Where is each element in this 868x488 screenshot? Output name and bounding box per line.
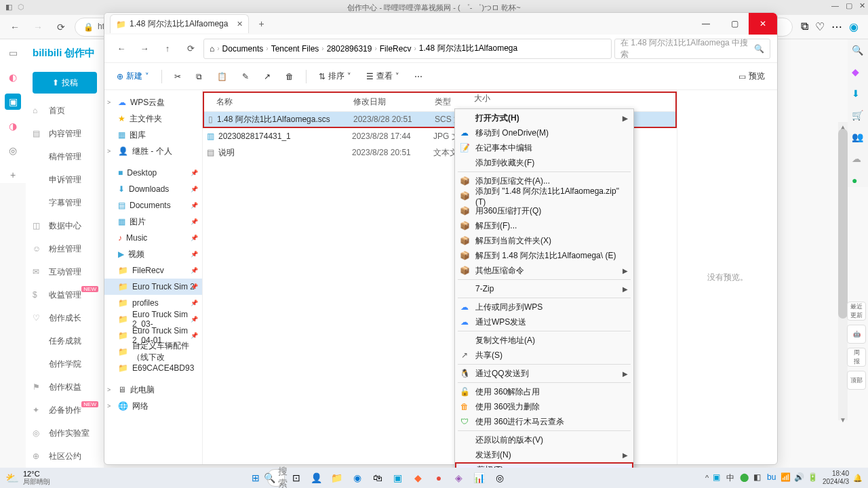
report-button[interactable]: 周报 — [847, 348, 866, 367]
context-menu-item[interactable]: 发送到(N)▶ — [455, 447, 633, 462]
weather-icon[interactable]: ⛅ — [5, 472, 19, 485]
close-button[interactable]: ✕ — [749, 13, 777, 35]
bili-nav-item[interactable]: ⚑创作权益 — [26, 375, 104, 399]
context-menu-item[interactable]: 🐧通过QQ发送到▶ — [455, 366, 633, 381]
bili-nav-item[interactable]: 稿件管理 — [26, 145, 104, 168]
breadcrumb-item[interactable]: 1.48 阿尔法1比1Alfaomega — [419, 43, 517, 54]
clock[interactable]: 18:40 2024/4/3 — [823, 470, 849, 486]
context-menu-item[interactable]: 还原以前的版本(V) — [455, 432, 633, 447]
favorite-icon[interactable]: ♡ — [815, 20, 825, 33]
bilibili-logo[interactable]: bilibili 创作中 — [26, 39, 104, 66]
more-button[interactable]: ⋯ — [409, 67, 428, 86]
context-menu-item[interactable]: 🛡使用 360进行木马云查杀 — [455, 414, 633, 429]
tray-icon[interactable]: 中 — [726, 472, 737, 483]
update-button[interactable]: 最近更新 — [847, 302, 866, 321]
new-button[interactable]: ⊕ 新建 ˅ — [111, 67, 155, 86]
context-menu-item[interactable]: 📦其他压缩命令▶ — [455, 263, 633, 278]
battery-icon[interactable]: 🔋 — [808, 472, 818, 483]
sidebar-item[interactable]: >🌐网络 — [104, 398, 202, 414]
ai-button[interactable]: 🤖 — [847, 325, 866, 344]
music-icon[interactable]: ● — [852, 175, 864, 187]
sidebar-item[interactable]: ■Desktop📌 — [104, 165, 202, 181]
sidebar-item[interactable]: 📁Euro Truck Sim 2_03-📌 — [104, 311, 202, 327]
menu-icon[interactable]: ⋯ — [831, 20, 842, 33]
steam-icon[interactable]: ◎ — [5, 142, 21, 159]
sidebar-item[interactable]: ♪Music📌 — [104, 230, 202, 246]
wifi-icon[interactable]: 📶 — [781, 472, 791, 483]
bili-nav-item[interactable]: ✉互动管理 — [26, 260, 104, 283]
game-icon[interactable]: ◑ — [5, 118, 21, 134]
store-icon[interactable]: 🛍 — [369, 469, 387, 487]
scrollbar-thumb[interactable] — [838, 129, 848, 319]
sidebar-item[interactable]: 📁FileRecv📌 — [104, 262, 202, 279]
breadcrumb-item[interactable]: FileRecv — [380, 44, 412, 54]
top-button[interactable]: 顶部 — [847, 371, 866, 390]
sidebar-item[interactable]: ▦图片📌 — [104, 214, 202, 230]
maximize-icon[interactable]: ▢ — [846, 1, 852, 10]
bili-nav-item[interactable]: 字幕管理 — [26, 191, 104, 214]
app-icon[interactable]: ● — [430, 469, 448, 487]
bili-nav-item[interactable]: ◎创作实验室 — [26, 422, 104, 445]
preview-button[interactable]: ▭ 预览 — [733, 67, 770, 86]
tab-close-icon[interactable]: ✕ — [237, 20, 243, 28]
bili-nav-item[interactable]: 任务成就 — [26, 329, 104, 352]
steam-icon[interactable]: ◎ — [491, 469, 509, 487]
search-icon[interactable]: 🔍 — [852, 45, 864, 57]
paste-button[interactable]: 📋 — [212, 67, 233, 86]
volume-icon[interactable]: 🔊 — [794, 472, 805, 483]
bili-nav-item[interactable]: 创作学院 — [26, 352, 104, 375]
context-menu-item[interactable]: ☁上传或同步到WPS — [455, 300, 633, 314]
context-menu-item[interactable]: 📦解压到(F)... — [455, 218, 633, 233]
context-menu-item[interactable]: 📝在记事本中编辑 — [455, 140, 633, 155]
app-icon[interactable]: 📊 — [471, 469, 488, 487]
sidebar-item[interactable]: 📁Euro Truck Sim 2📌 — [104, 279, 202, 295]
tray-icon[interactable]: ▣ — [713, 472, 724, 483]
maximize-button[interactable]: ▢ — [720, 13, 749, 35]
context-menu-item[interactable]: ↗共享(S) — [455, 348, 633, 363]
close-icon[interactable]: ✕ — [859, 1, 865, 10]
context-menu-item[interactable]: 🗑使用 360强力删除 — [455, 399, 633, 414]
bili-nav-item[interactable]: $收益管理NEW — [26, 283, 104, 306]
new-tab-button[interactable]: + — [254, 18, 268, 29]
upload-button[interactable]: ⬆ 投稿 — [33, 72, 97, 94]
bili-nav-item[interactable]: ◫数据中心 — [26, 214, 104, 237]
view-button[interactable]: ☰ 查看 ˅ — [361, 67, 405, 86]
sidebar-item[interactable]: ★主文件夹 — [104, 110, 202, 127]
share-button[interactable]: ↗ — [258, 67, 276, 86]
app-icon[interactable]: ◆ — [410, 469, 427, 487]
tv-icon[interactable]: ▣ — [5, 94, 21, 110]
bili-icon[interactable]: ▣ — [389, 469, 407, 487]
bili-nav-item[interactable]: ☺粉丝管理 — [26, 237, 104, 260]
refresh-button[interactable]: ⟳ — [52, 18, 71, 37]
context-menu-item[interactable]: ☁移动到 OneDrive(M) — [455, 125, 633, 140]
edge-icon[interactable]: ◉ — [349, 469, 366, 487]
refresh-button[interactable]: ⟳ — [180, 39, 201, 59]
add-icon[interactable]: + — [5, 167, 21, 183]
bili-icon[interactable]: ◐ — [5, 69, 21, 85]
sort-button[interactable]: ⇅ 排序 ˅ — [313, 67, 357, 86]
sidebar-item[interactable]: ▶视频📌 — [104, 246, 202, 262]
extension-icon[interactable]: ⧉ — [801, 20, 808, 33]
search-box[interactable]: 在 1.48 阿尔法1比1Alfaomega 中搜索 🔍 — [614, 39, 770, 59]
context-menu-item[interactable]: ☁通过WPS发送 — [455, 314, 633, 329]
breadcrumb-item[interactable]: Documents — [222, 44, 264, 54]
scroll-down-icon[interactable]: ▼ — [840, 416, 846, 423]
back-button[interactable]: ← — [5, 18, 24, 37]
minimize-icon[interactable]: — — [831, 1, 839, 10]
start-button[interactable]: ⊞ — [247, 469, 264, 487]
sidebar-item[interactable]: 📁自定义车辆配件（线下改 — [104, 344, 202, 360]
col-name[interactable]: 名称 — [204, 96, 353, 108]
notification-icon[interactable]: 🔔 — [853, 474, 863, 483]
bili-nav-item[interactable]: ✦必备协作NEW — [26, 399, 104, 422]
cart-icon[interactable]: 🛒 — [852, 110, 864, 122]
context-menu-item[interactable]: 🔓使用 360解除占用 — [455, 384, 633, 399]
sidebar-item[interactable]: ▦图库 — [104, 127, 202, 143]
tray-icon[interactable]: bu — [767, 472, 778, 483]
delete-button[interactable]: 🗑 — [280, 67, 299, 86]
bili-nav-item[interactable]: ⌂首页 — [26, 99, 104, 122]
sidebar-item[interactable]: ▤Documents📌 — [104, 197, 202, 214]
context-menu-item[interactable]: 📦添加到 "1.48 阿尔法1比1Alfaomega.zip" (T) — [455, 188, 633, 203]
taskbar-search[interactable]: 🔍 搜索 — [267, 469, 285, 487]
tab-icon[interactable]: ▭ — [5, 45, 21, 61]
context-menu-item[interactable]: 📦用360压缩打开(Q) — [455, 203, 633, 218]
